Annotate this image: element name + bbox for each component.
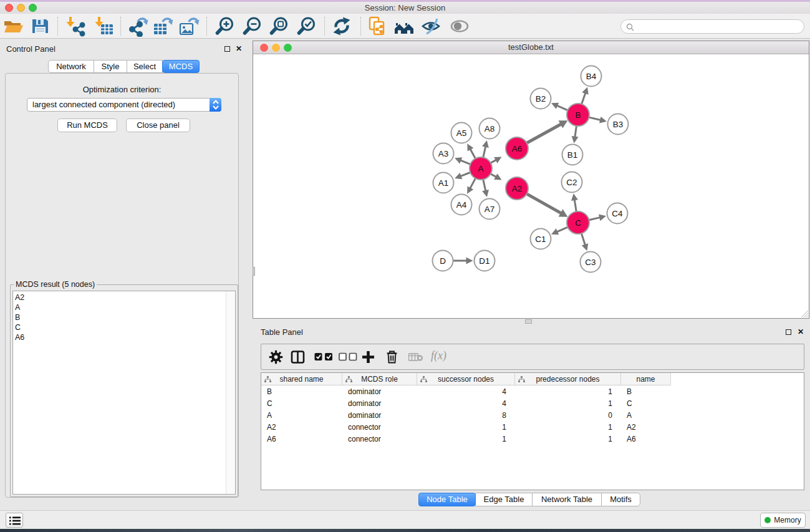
dropdown-stepper[interactable] (210, 98, 221, 112)
task-history-button[interactable] (6, 513, 23, 528)
column-header-successor-nodes[interactable]: successor nodes (417, 373, 515, 385)
table-cell[interactable]: A2 (621, 423, 671, 432)
float-panel-icon[interactable] (786, 329, 791, 335)
function-builder-icon[interactable]: f(x) (431, 349, 446, 362)
mcds-result-item[interactable]: A2 (15, 293, 24, 302)
select-all-columns-icon[interactable] (314, 352, 333, 361)
column-header-predecessor-nodes[interactable]: predecessor nodes (515, 373, 621, 385)
table-row[interactable]: Bdominator41B (261, 385, 804, 397)
mcds-result-item[interactable]: B (15, 312, 24, 322)
save-session-icon[interactable] (29, 16, 51, 37)
network-canvas[interactable]: B4B2BB3A5A8A6B1A3AC2A1A2A4A7C4CC1C3DD1 (253, 54, 809, 318)
add-icon[interactable] (361, 350, 375, 364)
export-network-icon[interactable] (127, 16, 148, 37)
table-cell[interactable]: A6 (621, 435, 671, 443)
table-cell[interactable]: A2 (261, 423, 342, 432)
table-cell[interactable]: 1 (515, 399, 621, 408)
table-cell[interactable]: C (621, 399, 671, 408)
show-columns-icon[interactable] (291, 350, 305, 364)
close-panel-button[interactable]: Close panel (126, 118, 190, 132)
column-header-mcds-role[interactable]: MCDS role (342, 373, 417, 385)
table-cell[interactable]: A (621, 411, 671, 420)
zoom-traffic-light[interactable] (284, 44, 292, 52)
table-cell[interactable]: 1 (417, 435, 515, 443)
graph-edge-B-B1[interactable] (575, 125, 577, 138)
table-cell[interactable]: connector (342, 423, 417, 432)
delete-icon[interactable] (385, 350, 399, 364)
mcds-result-item[interactable]: A6 (15, 332, 24, 342)
tab-motifs[interactable]: Motifs (601, 493, 640, 506)
new-network-from-selection-icon[interactable] (367, 16, 388, 37)
table-cell[interactable]: 1 (515, 387, 621, 396)
refresh-icon[interactable] (331, 16, 352, 37)
tab-select[interactable]: Select (127, 60, 163, 73)
hide-selected-icon[interactable] (420, 16, 441, 37)
graph-edge-A-A8[interactable] (483, 146, 485, 159)
search-input[interactable] (620, 19, 804, 34)
graph-edge-C-C1[interactable] (556, 226, 569, 232)
mcds-result-item[interactable]: A (15, 302, 24, 312)
table-row[interactable]: A6connector11A6 (261, 433, 804, 445)
graph-edge-C-C4[interactable] (588, 217, 601, 220)
table-cell[interactable]: 8 (417, 411, 515, 420)
table-cell[interactable]: dominator (342, 387, 417, 396)
tab-network-table[interactable]: Network Table (532, 493, 602, 506)
graph-edge-B-B2[interactable] (556, 105, 569, 111)
graph-edge-A6-B[interactable] (526, 123, 562, 143)
graph-edge-A-A3[interactable] (460, 160, 471, 165)
float-panel-icon[interactable] (224, 46, 230, 52)
scrollbar-track[interactable] (226, 291, 235, 494)
table-cell[interactable]: 1 (417, 423, 515, 432)
graph-edge-C-C2[interactable] (574, 199, 576, 213)
unselect-all-columns-icon[interactable] (339, 352, 357, 361)
minimize-traffic-light[interactable] (272, 44, 280, 52)
table-cell[interactable]: 1 (515, 423, 621, 432)
graph-edge-C-C3[interactable] (581, 232, 586, 246)
column-header-name[interactable]: name (621, 373, 671, 385)
table-cell[interactable]: B (621, 387, 671, 396)
graph-edge-A2-C[interactable] (526, 193, 562, 213)
open-session-icon[interactable] (2, 16, 24, 37)
table-cell[interactable]: C (261, 399, 342, 408)
import-table-icon[interactable] (93, 16, 114, 37)
tab-network[interactable]: Network (48, 60, 94, 73)
export-image-icon[interactable] (178, 16, 200, 37)
table-cell[interactable]: dominator (342, 411, 417, 420)
first-neighbors-icon[interactable] (393, 16, 415, 37)
tab-mcds[interactable]: MCDS (162, 60, 200, 73)
table-cell[interactable]: 4 (417, 399, 515, 408)
mcds-result-item[interactable]: C (15, 322, 24, 332)
tab-node-table[interactable]: Node Table (418, 493, 476, 506)
show-all-icon[interactable] (449, 16, 470, 37)
resize-grip[interactable] (801, 310, 808, 317)
export-table-icon[interactable] (152, 16, 173, 37)
import-network-icon[interactable] (64, 16, 85, 37)
zoom-traffic-light[interactable] (29, 4, 37, 12)
graph-edge-A-A5[interactable] (470, 148, 476, 160)
close-traffic-light[interactable] (260, 44, 268, 52)
table-cell[interactable]: connector (342, 435, 417, 443)
zoom-selected-icon[interactable] (296, 16, 317, 37)
graph-edge-A-A4[interactable] (470, 177, 476, 189)
table-cell[interactable]: 1 (515, 435, 621, 443)
graph-edge-B-B3[interactable] (588, 117, 602, 120)
table-cell[interactable]: dominator (342, 399, 417, 408)
table-cell[interactable]: A (261, 411, 342, 420)
close-traffic-light[interactable] (5, 4, 13, 12)
table-cell[interactable]: 0 (515, 411, 621, 420)
graph-edge-B-B4[interactable] (581, 92, 586, 105)
table-row[interactable]: Cdominator41C (261, 397, 804, 409)
close-panel-icon[interactable]: ✕ (236, 46, 242, 52)
zoom-fit-icon[interactable] (269, 16, 290, 37)
tab-style[interactable]: Style (94, 60, 127, 73)
close-panel-icon[interactable]: ✕ (798, 329, 804, 335)
table-row[interactable]: Adominator80A (261, 409, 804, 421)
splitter-handle[interactable] (525, 319, 532, 324)
graph-edge-A-A7[interactable] (483, 178, 486, 191)
zoom-out-icon[interactable] (242, 16, 263, 37)
table-cell[interactable]: 4 (417, 387, 515, 396)
table-row[interactable]: A2connector11A2 (261, 421, 804, 433)
splitter-handle[interactable] (253, 267, 255, 276)
table-cell[interactable]: B (261, 387, 342, 396)
memory-button[interactable]: Memory (760, 513, 806, 528)
